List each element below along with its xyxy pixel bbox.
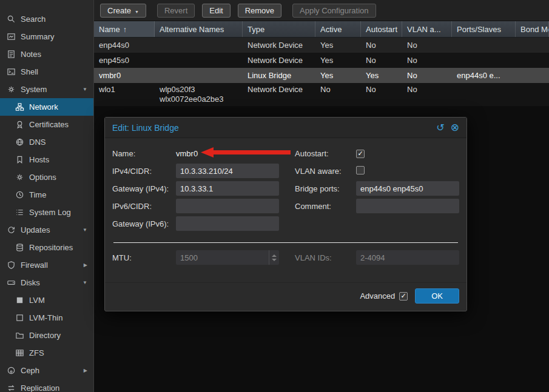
shell-icon (7, 67, 16, 76)
form-row: Gateway (IPv4): Bridge ports: (112, 181, 459, 196)
sidebar-item-updates[interactable]: Updates (0, 221, 93, 239)
column-header-active[interactable]: Active (315, 21, 361, 37)
advanced-toggle[interactable]: Advanced (360, 291, 408, 301)
sidebar-item-search[interactable]: Search (0, 10, 93, 28)
ipv4-cidr-input[interactable] (176, 164, 279, 178)
square-filled-icon (15, 296, 24, 305)
chevron-down-icon[interactable] (83, 280, 90, 285)
chevron-down-icon[interactable] (83, 87, 90, 92)
column-header-type[interactable]: Type (243, 21, 315, 37)
table-header: Name Alternative Names Type Active Autos… (94, 21, 549, 38)
sidebar-item-zfs[interactable]: ZFS (0, 344, 93, 362)
sidebar-item-certificates[interactable]: Certificates (0, 116, 93, 133)
dialog-body: Name: vmbr0 Autostart: IPv4/CIDR: VLAN a… (105, 138, 466, 275)
cell-vlan-aware: No (402, 53, 452, 68)
cell-name: enp45s0 (94, 53, 155, 68)
sidebar-item-summary[interactable]: Summary (0, 28, 93, 45)
chevron-down-icon[interactable] (83, 227, 90, 233)
spinner-up-icon (272, 254, 277, 257)
sidebar-item-shell[interactable]: Shell (0, 63, 93, 81)
table-row-selected[interactable]: vmbr0 Linux Bridge Yes Yes No enp44s0 e.… (94, 68, 549, 83)
sidebar-item-time[interactable]: Time (0, 186, 93, 204)
form-row: Name: vmbr0 Autostart: (112, 146, 459, 161)
column-header-vlan-aware[interactable]: VLAN a... (402, 21, 452, 37)
dialog-footer: Advanced OK (105, 282, 466, 311)
sidebar-item-label: Disks (21, 278, 40, 287)
column-header-autostart[interactable]: Autostart (361, 21, 402, 37)
cell-type: Linux Bridge (243, 68, 315, 83)
gear-icon (15, 173, 24, 182)
chevron-right-icon[interactable] (84, 262, 90, 268)
column-header-alternative-names[interactable]: Alternative Names (155, 21, 243, 37)
table-row[interactable]: enp44s0 Network Device Yes No No (94, 38, 549, 53)
table-row[interactable]: wlo1 wlp0s20f3 wlx0072ee0a2be3 Network D… (94, 83, 549, 106)
ok-button[interactable]: OK (415, 288, 459, 304)
cell-type: Network Device (243, 83, 315, 106)
advanced-checkbox[interactable] (399, 292, 408, 301)
column-label: Active (320, 25, 342, 34)
column-label: Name (99, 25, 120, 34)
cell-alternative-names (155, 38, 243, 53)
sidebar-item-label: Shell (21, 67, 38, 76)
sidebar-item-label: Replication (21, 384, 59, 392)
close-icon[interactable] (451, 122, 459, 133)
clock-icon (15, 190, 24, 199)
reset-icon[interactable] (436, 123, 444, 133)
table-row[interactable]: enp45s0 Network Device Yes No No (94, 53, 549, 68)
sidebar-item-replication[interactable]: Replication (0, 379, 93, 392)
gateway-ipv4-input[interactable] (176, 181, 279, 196)
column-header-name[interactable]: Name (94, 21, 155, 37)
globe-icon (15, 138, 24, 147)
edit-button[interactable]: Edit (202, 4, 230, 18)
sort-ascending-icon (123, 25, 127, 34)
sidebar-item-lvm[interactable]: LVM (0, 291, 93, 309)
toolbar: Create Revert Edit Remove Apply Configur… (94, 0, 549, 21)
remove-button[interactable]: Remove (238, 4, 281, 18)
comment-input[interactable] (356, 199, 459, 213)
sidebar-item-hosts[interactable]: Hosts (0, 151, 93, 168)
sidebar-item-system[interactable]: System (0, 81, 93, 98)
cell-autostart: No (361, 83, 402, 106)
sidebar-item-firewall[interactable]: Firewall (0, 256, 93, 274)
sidebar-item-label: Search (21, 15, 45, 24)
cell-name: wlo1 (94, 83, 155, 106)
cell-active: Yes (315, 53, 361, 68)
form-row: IPv4/CIDR: VLAN aware: (112, 164, 459, 178)
chevron-right-icon[interactable] (84, 368, 90, 373)
sidebar-item-repositories[interactable]: Repositories (0, 239, 93, 256)
dialog-header-tools (436, 122, 459, 133)
bridge-ports-input[interactable] (356, 181, 459, 196)
cell-bond-mode (516, 53, 549, 68)
sidebar-item-label: Options (29, 173, 56, 182)
sidebar-item-system-log[interactable]: System Log (0, 204, 93, 221)
sidebar-item-network[interactable]: Network (0, 98, 93, 116)
sidebar-item-directory[interactable]: Directory (0, 327, 93, 344)
gateway-ipv6-input[interactable] (176, 216, 279, 231)
vlan-aware-checkbox[interactable] (356, 166, 365, 174)
sidebar-item-label: Repositories (29, 243, 73, 252)
ipv4-cidr-label: IPv4/CIDR: (112, 167, 173, 176)
sidebar-item-notes[interactable]: Notes (0, 45, 93, 63)
sidebar-item-disks[interactable]: Disks (0, 274, 93, 291)
summary-icon (7, 32, 16, 41)
revert-button: Revert (157, 4, 195, 18)
sidebar-item-dns[interactable]: DNS (0, 133, 93, 151)
column-header-ports-slaves[interactable]: Ports/Slaves (452, 21, 516, 37)
sidebar-item-options[interactable]: Options (0, 168, 93, 186)
sidebar-item-label: System (21, 85, 47, 94)
dialog-header[interactable]: Edit: Linux Bridge (105, 118, 466, 138)
ipv6-cidr-input[interactable] (176, 199, 279, 213)
autostart-checkbox[interactable] (356, 150, 365, 158)
vlan-ids-label: VLAN IDs: (295, 253, 353, 262)
sidebar-item-ceph[interactable]: Ceph (0, 362, 93, 379)
advanced-label: Advanced (360, 291, 395, 301)
dialog-title: Edit: Linux Bridge (112, 123, 179, 133)
column-header-bond-mode[interactable]: Bond Mode (516, 21, 549, 37)
gateway-ipv4-label: Gateway (IPv4): (112, 184, 173, 193)
sidebar-item-lvm-thin[interactable]: LVM-Thin (0, 309, 93, 327)
sidebar-item-label: Time (29, 190, 46, 199)
cell-bond-mode (516, 38, 549, 53)
create-button[interactable]: Create (100, 4, 146, 18)
ceph-icon (7, 366, 16, 375)
sidebar-item-label: Summary (21, 32, 55, 41)
